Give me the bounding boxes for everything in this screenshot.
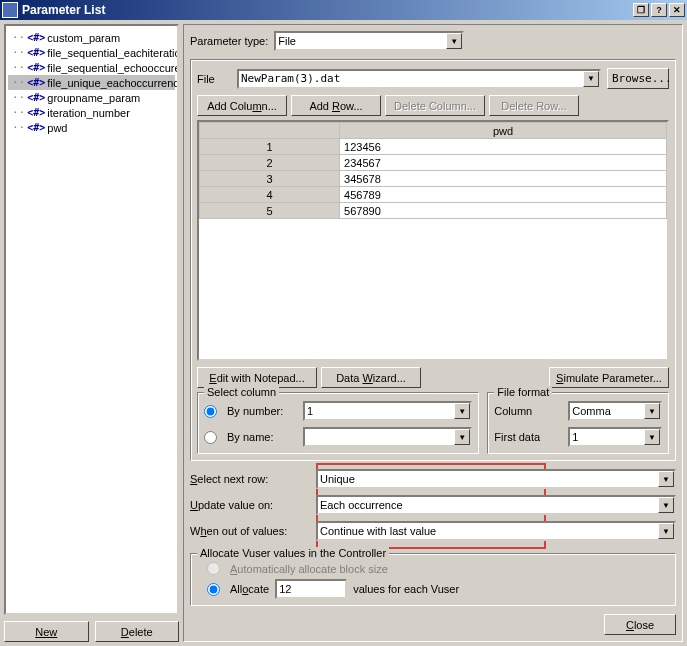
first-data-label: First data bbox=[494, 431, 562, 443]
by-name-select[interactable] bbox=[303, 427, 472, 447]
param-tag-icon: <#> bbox=[27, 107, 45, 118]
select-column-legend: Select column bbox=[204, 386, 279, 398]
add-column-button[interactable]: Add Column... bbox=[197, 95, 287, 116]
simulate-parameter-button[interactable]: Simulate Parameter... bbox=[549, 367, 669, 388]
by-number-radio[interactable] bbox=[204, 405, 217, 418]
tree-item-label: file_sequential_eachiteration bbox=[47, 47, 179, 59]
parameter-tree[interactable]: ··<#> custom_param··<#> file_sequential_… bbox=[4, 24, 179, 615]
when-out-label: When out of values: bbox=[190, 525, 310, 537]
file-label: File bbox=[197, 73, 231, 85]
edit-notepad-button[interactable]: Edit with Notepad... bbox=[197, 367, 317, 388]
tree-connector-icon: ·· bbox=[12, 106, 25, 119]
allocate-suffix: values for each Vuser bbox=[353, 583, 459, 595]
tree-connector-icon: ·· bbox=[12, 76, 25, 89]
tree-item[interactable]: ··<#> iteration_number bbox=[8, 105, 175, 120]
auto-allocate-label: Automatically allocate block size bbox=[230, 563, 388, 575]
update-value-on-select[interactable] bbox=[316, 495, 676, 515]
restore-button[interactable]: ❐ bbox=[633, 3, 649, 17]
tree-item[interactable]: ··<#> file_unique_eachoccurrence bbox=[8, 75, 175, 90]
allocate-label: Allocate bbox=[230, 583, 269, 595]
delete-column-button[interactable]: Delete Column... bbox=[385, 95, 485, 116]
when-out-select[interactable] bbox=[316, 521, 676, 541]
delete-label-rest: elete bbox=[129, 626, 153, 638]
param-tag-icon: <#> bbox=[27, 47, 45, 58]
by-name-radio[interactable] bbox=[204, 431, 217, 444]
delete-row-button[interactable]: Delete Row... bbox=[489, 95, 579, 116]
close-dialog-button[interactable]: Close bbox=[604, 614, 676, 635]
tree-connector-icon: ·· bbox=[12, 46, 25, 59]
titlebar: Parameter List ❐ ? ✕ bbox=[0, 0, 687, 20]
data-table-area[interactable]: pwd11234562234567334567844567895567890 bbox=[197, 120, 669, 361]
tree-item[interactable]: ··<#> custom_param bbox=[8, 30, 175, 45]
tree-item[interactable]: ··<#> file_sequential_echooccurence bbox=[8, 60, 175, 75]
app-icon bbox=[2, 2, 18, 18]
add-col-text: Add Column... bbox=[207, 100, 277, 112]
delete-button[interactable]: Delete bbox=[95, 621, 180, 642]
close-button[interactable]: ✕ bbox=[669, 3, 685, 17]
auto-allocate-radio bbox=[207, 562, 220, 575]
tree-item[interactable]: ··<#> file_sequential_eachiteration bbox=[8, 45, 175, 60]
tree-connector-icon: ·· bbox=[12, 121, 25, 134]
by-name-label: By name: bbox=[227, 431, 297, 443]
param-tag-icon: <#> bbox=[27, 122, 45, 133]
param-type-label: Parameter type: bbox=[190, 35, 268, 47]
tree-connector-icon: ·· bbox=[12, 31, 25, 44]
param-tag-icon: <#> bbox=[27, 62, 45, 73]
tree-connector-icon: ·· bbox=[12, 61, 25, 74]
by-number-select[interactable] bbox=[303, 401, 472, 421]
tree-item-label: file_sequential_echooccurence bbox=[47, 62, 179, 74]
tree-item[interactable]: ··<#> groupname_param bbox=[8, 90, 175, 105]
select-next-row-select[interactable] bbox=[316, 469, 676, 489]
column-format-select[interactable] bbox=[568, 401, 662, 421]
tree-connector-icon: ·· bbox=[12, 91, 25, 104]
allocate-value-input[interactable] bbox=[275, 579, 347, 599]
tree-item-label: file_unique_eachoccurrence bbox=[47, 77, 179, 89]
tree-item-label: pwd bbox=[47, 122, 67, 134]
file-path-select[interactable] bbox=[237, 69, 601, 89]
browse-button[interactable]: Browse... bbox=[607, 68, 669, 89]
select-next-row-label: Select next row: bbox=[190, 473, 310, 485]
column-label: Column bbox=[494, 405, 562, 417]
first-data-select[interactable] bbox=[568, 427, 662, 447]
allocate-legend: Allocate Vuser values in the Controller bbox=[197, 547, 389, 559]
new-button[interactable]: New bbox=[4, 621, 89, 642]
tree-item-label: iteration_number bbox=[47, 107, 130, 119]
param-tag-icon: <#> bbox=[27, 92, 45, 103]
help-button[interactable]: ? bbox=[651, 3, 667, 17]
tree-item[interactable]: ··<#> pwd bbox=[8, 120, 175, 135]
tree-item-label: groupname_param bbox=[47, 92, 140, 104]
data-wizard-button[interactable]: Data Wizard... bbox=[321, 367, 421, 388]
update-value-on-label: Update value on: bbox=[190, 499, 310, 511]
param-tag-icon: <#> bbox=[27, 32, 45, 43]
window-title: Parameter List bbox=[22, 3, 105, 17]
tree-item-label: custom_param bbox=[47, 32, 120, 44]
file-format-legend: File format bbox=[494, 386, 552, 398]
allocate-radio[interactable] bbox=[207, 583, 220, 596]
add-row-button[interactable]: Add Row... bbox=[291, 95, 381, 116]
param-type-select[interactable] bbox=[274, 31, 464, 51]
add-row-text: Add Row... bbox=[309, 100, 362, 112]
by-number-label: By number: bbox=[227, 405, 297, 417]
param-tag-icon: <#> bbox=[27, 77, 45, 88]
data-table[interactable]: pwd11234562234567334567844567895567890 bbox=[199, 122, 667, 219]
